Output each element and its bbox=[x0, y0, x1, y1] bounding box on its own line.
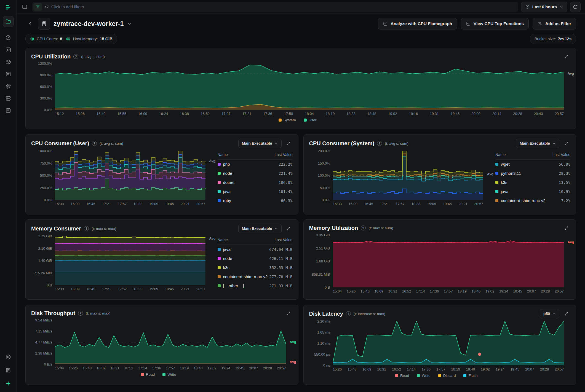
group-by-dropdown[interactable]: Main Executable bbox=[238, 139, 282, 148]
x-tick-label: 17:21 bbox=[102, 202, 111, 206]
help-icon[interactable]: ? bbox=[78, 311, 83, 316]
legend-item[interactable]: Flush bbox=[463, 374, 477, 378]
refresh-button[interactable] bbox=[570, 2, 581, 12]
chevron-down-icon bbox=[559, 5, 563, 9]
legend-item[interactable]: Write bbox=[417, 374, 430, 378]
x-tick-label: 18:33 bbox=[133, 202, 143, 206]
x-tick-label: 17:57 bbox=[396, 202, 405, 206]
sidebar-item-profiling-gauge[interactable] bbox=[3, 34, 14, 42]
expand-button[interactable] bbox=[284, 139, 293, 147]
sidebar-item-code-explorer[interactable] bbox=[3, 46, 14, 54]
help-icon[interactable]: ? bbox=[84, 226, 89, 231]
legend-item[interactable]: Read bbox=[141, 372, 155, 377]
cpu-consumer-user-chart[interactable]: Avg bbox=[55, 151, 205, 200]
dropdown-label: Main Executable bbox=[242, 226, 272, 231]
help-icon[interactable]: ? bbox=[361, 225, 366, 230]
help-icon[interactable]: ? bbox=[73, 54, 78, 59]
legend-table-row[interactable]: php222.2% bbox=[218, 160, 293, 169]
legend-table-row[interactable]: python3.1128.3% bbox=[495, 169, 570, 178]
page-title: zymtrace-dev-worker-1 bbox=[54, 20, 124, 28]
add-as-filter-button[interactable]: Add as Filter bbox=[533, 18, 576, 29]
expand-button[interactable] bbox=[284, 224, 293, 233]
legend-table-row[interactable]: ruby66.3% bbox=[218, 196, 293, 205]
memory-consumer-chart[interactable]: Avg bbox=[55, 236, 205, 285]
percentile-dropdown[interactable]: p50 bbox=[540, 309, 559, 318]
legend-table-row[interactable]: wget56.9% bbox=[495, 160, 570, 169]
x-tick-label: 17:57 bbox=[436, 367, 445, 371]
x-tick-label: 17:21 bbox=[242, 112, 252, 116]
legend-table-row[interactable]: dotnet106.0% bbox=[218, 178, 293, 187]
help-icon[interactable]: ? bbox=[92, 141, 97, 146]
legend-table-row[interactable]: k3s352.53 MiB bbox=[218, 263, 293, 272]
back-button[interactable] bbox=[25, 19, 35, 28]
support-button[interactable] bbox=[3, 353, 14, 361]
legend-item[interactable]: Write bbox=[162, 372, 176, 377]
expand-button[interactable] bbox=[562, 310, 570, 318]
x-tick-label: 20:14 bbox=[492, 112, 501, 116]
sidebar-item-logs[interactable] bbox=[3, 106, 14, 115]
legend-table: NameLast Valuejava674.04 MiBnode426.11 M… bbox=[218, 235, 298, 291]
x-tick-label: 15:33 bbox=[333, 202, 342, 206]
legend-label: System bbox=[284, 118, 296, 122]
group-by-dropdown[interactable]: Main Executable bbox=[516, 139, 559, 148]
view-top-functions-button[interactable]: View CPU Top Functions bbox=[461, 18, 529, 29]
cpu-utilization-chart[interactable]: Avg bbox=[55, 63, 564, 110]
expand-icon bbox=[286, 311, 291, 316]
x-tick-label: 16:31 bbox=[377, 367, 386, 371]
sidebar-item-storage[interactable] bbox=[3, 94, 14, 103]
sidebar-item-packages[interactable] bbox=[3, 58, 14, 66]
disk-throughput-chart[interactable]: AvgAvg bbox=[55, 320, 286, 364]
avg-marker-label: Avg bbox=[487, 172, 493, 176]
help-icon[interactable]: ? bbox=[346, 311, 351, 316]
expand-button[interactable] bbox=[562, 224, 570, 232]
y-tick-label: 1.68 GiB bbox=[316, 259, 330, 263]
sidebar-toggle-button[interactable] bbox=[20, 2, 29, 12]
disk-latency-chart[interactable] bbox=[333, 321, 564, 365]
x-tick-label: 19:24 bbox=[499, 289, 508, 293]
legend-item[interactable]: Discard bbox=[438, 374, 456, 378]
sidebar-item-cpu-inspector[interactable] bbox=[3, 82, 14, 90]
legend-table-row[interactable]: containerd-shim-runc-v2277.78 MiB bbox=[218, 272, 293, 281]
query-mode-button[interactable] bbox=[44, 4, 49, 9]
x-tick-label: 16:45 bbox=[86, 287, 95, 291]
sidebar-item-reports[interactable] bbox=[3, 70, 14, 78]
expand-button[interactable] bbox=[284, 309, 293, 317]
expand-button[interactable] bbox=[562, 52, 570, 61]
y-tick-label: 0 ns bbox=[323, 363, 330, 367]
group-by-dropdown[interactable]: Main Executable bbox=[238, 224, 282, 233]
analyze-flamegraph-button[interactable]: Analyze with CPU Flamegraph bbox=[378, 18, 457, 29]
x-tick-label: 18:19 bbox=[180, 366, 189, 370]
legend-table-row[interactable]: java101.4% bbox=[218, 187, 293, 196]
panel-title: CPU Consumer (System) bbox=[309, 140, 375, 147]
legend-table-row[interactable]: node426.11 MiB bbox=[218, 254, 293, 263]
add-new-button[interactable] bbox=[3, 379, 14, 388]
legend-item[interactable]: User bbox=[304, 118, 317, 122]
x-tick-label: 19:45 bbox=[510, 367, 519, 371]
documentation-button[interactable] bbox=[3, 366, 14, 374]
legend-table-row[interactable]: java674.04 MiB bbox=[218, 245, 293, 254]
cpu-consumer-system-chart[interactable]: Avg bbox=[333, 151, 484, 200]
legend-item[interactable]: System bbox=[279, 118, 296, 122]
x-tick-label: 16:09 bbox=[97, 366, 106, 370]
legend-table-row[interactable]: [__other__]271.93 MiB bbox=[218, 281, 293, 290]
legend-table-row[interactable]: k3s13.5% bbox=[495, 178, 570, 187]
legend-table-row[interactable]: java10.9% bbox=[495, 187, 570, 196]
filter-input[interactable] bbox=[51, 4, 515, 9]
dropdown-label: Main Executable bbox=[520, 141, 550, 146]
host-switcher-button[interactable] bbox=[127, 22, 132, 26]
gauge-icon bbox=[5, 35, 11, 41]
legend-table-row[interactable]: containerd-shim-runc-v27.2% bbox=[495, 196, 570, 205]
legend-table-row[interactable]: node221.4% bbox=[218, 169, 293, 178]
sidebar-item-hosts[interactable] bbox=[3, 16, 14, 27]
legend-item[interactable]: Read bbox=[395, 374, 409, 378]
x-tick-label: 17:21 bbox=[380, 202, 389, 206]
filter-menu-button[interactable] bbox=[33, 3, 42, 11]
memory-utilization-chart[interactable]: Avg bbox=[333, 235, 564, 287]
time-range-button[interactable]: Last 6 hours bbox=[521, 2, 567, 12]
help-icon[interactable]: ? bbox=[377, 141, 382, 146]
expand-button[interactable] bbox=[562, 139, 570, 147]
x-tick-label: 20:28 bbox=[263, 366, 272, 370]
x-tick-label: 16:31 bbox=[388, 289, 397, 293]
y-tick-label: 50.0% bbox=[320, 186, 330, 190]
y-tick-label: 0 B/s bbox=[44, 362, 52, 366]
